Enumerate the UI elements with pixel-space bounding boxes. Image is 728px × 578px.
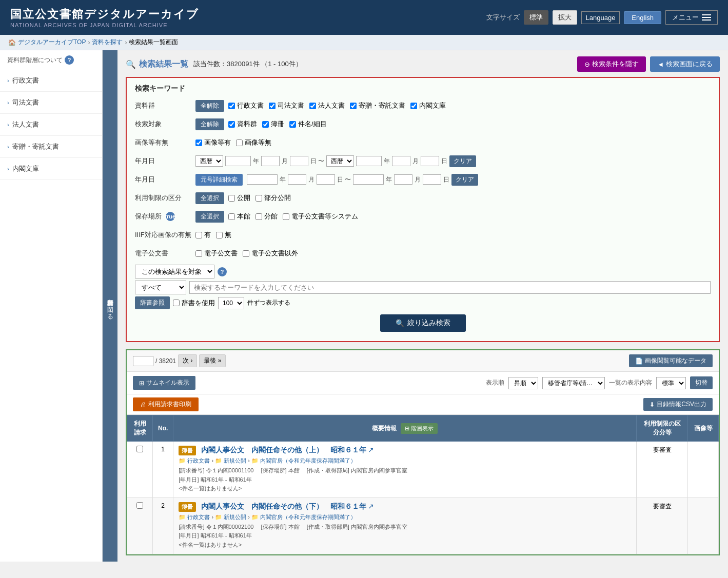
keyword-input[interactable] [189,281,711,294]
month-input-1[interactable] [261,156,280,166]
gengou-month-input-2[interactable] [394,174,412,185]
storage-help-icon[interactable]: true [166,212,175,221]
denshi-checkbox-group: 電子公文書 電子公文書以外 [195,249,298,258]
print-button[interactable]: 🖨 利用請求書印刷 [133,397,199,411]
select-all-storage-button[interactable]: 全選択 [195,211,224,223]
checkbox-hojin[interactable]: 法人文書 [309,101,345,110]
sidebar-item-shiho[interactable]: › 司法文書 [0,92,102,114]
checkbox-naikaku[interactable]: 内閣文庫 [410,101,446,110]
hamburger-icon [702,14,711,21]
day-input-1[interactable] [290,156,308,166]
checkbox-shiho[interactable]: 司法文書 [269,101,304,110]
jisho-row: 辞書参照 辞書を使用 100 件ずつ表示する [135,296,711,309]
folder-icon: 📁 [179,457,186,464]
sidebar-item-label: 内閣文庫 [12,164,39,173]
sidebar-item-label: 行政文書 [12,76,39,85]
clear-date1-button[interactable]: クリア [449,155,476,167]
language-button[interactable]: Language [581,11,620,24]
checkbox-target-kenmen[interactable]: 件名/細目 [289,119,327,129]
use-req-checkbox-1[interactable] [136,446,143,452]
day-input-2[interactable] [421,156,439,166]
menu-button[interactable]: メニュー [665,10,718,25]
storage-checkbox-group: 本館 分館 電子公文書等システム [228,212,358,221]
use-req-checkbox-2[interactable] [136,502,143,509]
font-large-button[interactable]: 拡大 [553,10,577,25]
narrow-search-button[interactable]: 🔍 絞り込み検索 [380,314,466,332]
jisho-use-checkbox[interactable]: 辞書を使用 [173,298,215,308]
sidebar-group-label: 資料群階層について ? [0,50,102,70]
external-link-icon-2[interactable]: ↗ [368,502,374,510]
year-input-1[interactable] [225,156,251,166]
checkbox-image-ari[interactable]: 画像等有 [195,138,231,147]
clear-shiryogun-button[interactable]: 全解除 [195,100,224,112]
gengou-year-input-2[interactable] [353,174,384,185]
month-input-2[interactable] [392,156,410,166]
select-all-restrict-button[interactable]: 全選択 [195,192,224,204]
arrow-icon: › [7,77,9,84]
next-page-button[interactable]: 次 › [178,354,197,367]
csv-output-button[interactable]: ⬇ 目録情報CSV出力 [643,398,713,411]
page-input[interactable]: 1 [133,356,153,366]
main-container: 資料群階層について ? › 行政文書 › 司法文書 › 法人文書 › 寄贈・寄託… [0,50,728,562]
era-select-1[interactable]: 西暦 [195,155,223,167]
sidebar-help-icon[interactable]: ? [65,55,74,65]
ministry-select[interactable]: 移管省庁等/請… [542,377,605,389]
list-controls: ⊞ サムネイル表示 表示順 昇順 移管省庁等/請… 一覧の表示内容 標準 切替 [127,372,719,394]
checkbox-bubunkokai[interactable]: 部分公開 [255,193,291,203]
checkbox-target-shiryogun[interactable]: 資料群 [228,119,257,129]
checkbox-kokai[interactable]: 公開 [228,193,250,203]
english-button[interactable]: English [624,11,661,24]
gengou-day-input-1[interactable] [317,174,335,185]
last-page-button[interactable]: 最後 » [199,354,226,367]
item-title-2[interactable]: 内閣人事公文 内閣任命その他（下） 昭和６１年 [201,502,366,510]
sort-order-select[interactable]: 昇順 [508,377,538,389]
jisho-button[interactable]: 辞書参照 [135,296,170,309]
checkbox-denshi-kobunsho[interactable]: 電子公文書 [195,249,238,258]
sidebar-item-naikaku[interactable]: › 内閣文庫 [0,158,102,180]
clear-target-button[interactable]: 全解除 [195,118,224,130]
sidebar-item-kizo托[interactable]: › 寄贈・寄託文書 [0,136,102,158]
count-select[interactable]: 100 [218,297,244,309]
sidebar-item-hojin[interactable]: › 法人文書 [0,114,102,136]
gengou-year-input-1[interactable] [247,174,278,185]
font-standard-button[interactable]: 標準 [524,10,548,25]
breadcrumb-search[interactable]: 資料を探す [92,38,123,47]
gengou-day-input-2[interactable] [423,174,441,185]
switch-button[interactable]: 切替 [690,376,713,389]
gengou-search-button[interactable]: 元号詳細検索 [195,174,243,186]
era-select-2[interactable]: 西暦 [326,155,354,167]
checkbox-target-bousatu[interactable]: 簿冊 [262,119,284,129]
checkbox-iiif-nashi[interactable]: 無 [216,230,231,240]
thumbnail-view-button[interactable]: ⊞ サムネイル表示 [133,376,195,390]
condition-label-denshi: 電子公文書 [135,249,191,258]
year-input-2[interactable] [356,156,382,166]
hide-conditions-button[interactable]: ⊖ 検索条件を隠す [577,56,646,72]
display-content-select[interactable]: 標準 [656,377,686,389]
keyword-target-select[interactable]: この検索結果を対象 [135,265,214,278]
checkbox-denshi[interactable]: 電子公文書等システム [283,212,358,221]
back-to-search-button[interactable]: ◄ 検索画面に戻る [650,56,720,72]
checkbox-denshi-igai[interactable]: 電子公文書以外 [243,249,298,258]
sidebar-collapse-tab[interactable]: 資料群階層を閉じる [103,50,117,562]
logo-jp: 国立公文書館デジタルアーカイブ [10,7,199,22]
condition-row-restrict: 利用制限の区分 全選択 公開 部分公開 [135,191,711,205]
sidebar-item-gyosei[interactable]: › 行政文書 [0,70,102,92]
item-meta-1: [請求番号] 令１内閣00001100 [保存場所] 本館 [作成・取得部局] … [179,466,631,493]
image-data-button[interactable]: 📄 画像閲覧可能なデータ [629,354,713,367]
hierarchy-display-button[interactable]: ⊞ 階層表示 [401,423,438,434]
checkbox-image-nashi[interactable]: 画像等無 [236,138,271,147]
item-title-1[interactable]: 内閣人事公文 内閣任命その他（上） 昭和６１年 [201,446,366,454]
checkbox-kizo[interactable]: 寄贈・寄託文書 [350,101,405,110]
home-icon: 🏠 [8,39,16,46]
keyword-help-icon[interactable]: ? [218,267,227,276]
gengou-month-input-1[interactable] [288,174,306,185]
checkbox-honkan[interactable]: 本館 [228,212,250,221]
restrict-cell-1: 要審査 [637,442,688,498]
external-link-icon-1[interactable]: ↗ [368,446,374,454]
clear-date2-button[interactable]: クリア [451,174,478,186]
checkbox-bunkan[interactable]: 分館 [255,212,278,221]
checkbox-iiif-ari[interactable]: 有 [195,230,211,240]
breadcrumb-top[interactable]: デジタルアーカイブTOP [18,38,86,47]
keyword-category-select[interactable]: すべて [135,281,186,294]
checkbox-gyosei[interactable]: 行政文書 [228,101,264,110]
